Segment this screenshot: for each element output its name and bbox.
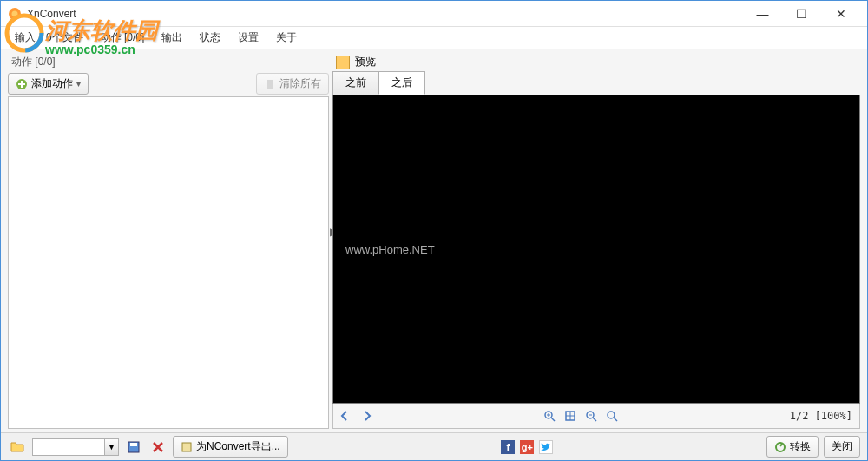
open-folder-button[interactable] [8,438,27,457]
social-icons: f g+ [501,440,553,454]
svg-line-12 [593,418,596,421]
zoom-out-button[interactable] [582,407,601,425]
convert-button[interactable]: 转换 [766,436,819,458]
preview-image-area[interactable]: www.pHome.NET [332,95,860,404]
convert-icon [774,441,786,453]
preview-watermark: www.pHome.NET [345,243,435,256]
svg-rect-17 [130,443,137,446]
twitter-icon[interactable] [539,440,553,454]
minimize-button[interactable]: — [743,2,782,26]
svg-point-19 [776,443,785,451]
zoom-info: 1/2 [100%] [785,410,858,422]
menu-input[interactable]: 输入：0个文件 [6,27,92,49]
nav-next-button[interactable] [358,407,377,425]
menu-actions[interactable]: 动作 [0/0] [92,27,154,49]
export-icon [181,441,193,453]
delete-button[interactable] [148,438,168,457]
add-action-button[interactable]: 添加动作 ▾ [8,73,89,95]
svg-point-1 [12,10,18,16]
clear-all-button[interactable]: 清除所有 [256,73,329,95]
actions-list[interactable] [8,96,329,429]
app-icon [8,7,22,21]
nav-prev-button[interactable] [335,407,354,425]
left-panel: 动作 [0/0] 添加动作 ▾ 清除所有 [8,53,329,429]
svg-line-15 [614,418,617,421]
save-button[interactable] [124,438,143,457]
zoom-reset-button[interactable] [602,407,621,425]
preview-label: 预览 [355,55,376,69]
menu-settings[interactable]: 设置 [229,27,267,49]
preview-icon [336,56,350,69]
svg-rect-18 [182,443,191,451]
close-button[interactable]: ✕ [821,2,860,26]
preset-dropdown[interactable]: ▼ [32,438,119,456]
chevron-down-icon: ▼ [104,439,118,455]
svg-point-14 [608,412,615,418]
close-app-button[interactable]: 关闭 [824,436,860,458]
right-panel: 预览 之前 之后 www.pHome.NET [332,53,860,429]
zoom-fit-button[interactable] [561,407,580,425]
export-nconvert-button[interactable]: 为NConvert导出... [173,436,288,458]
menu-status[interactable]: 状态 [191,27,229,49]
svg-rect-3 [267,80,273,89]
add-action-label: 添加动作 [31,76,73,91]
bottom-toolbar: ▼ 为NConvert导出... f g+ 转换 [1,432,867,460]
titlebar: XnConvert — ☐ ✕ [1,1,867,27]
actions-header: 动作 [0/0] [8,53,329,71]
plus-icon [16,78,28,90]
menu-output[interactable]: 输出 [153,27,191,49]
menu-about[interactable]: 关于 [267,27,306,49]
chevron-down-icon: ▾ [76,79,81,89]
tab-before[interactable]: 之前 [332,71,379,95]
googleplus-icon[interactable]: g+ [520,440,534,454]
export-label: 为NConvert导出... [196,439,280,454]
preview-tabs: 之前 之后 [332,71,860,95]
svg-line-5 [551,418,555,421]
zoom-in-button[interactable] [540,407,559,425]
window-title: XnConvert [27,8,743,20]
tab-after[interactable]: 之后 [378,71,425,95]
convert-label: 转换 [790,439,811,454]
clear-all-label: 清除所有 [279,76,321,91]
facebook-icon[interactable]: f [501,440,515,454]
broom-icon [264,78,276,90]
close-label: 关闭 [832,439,852,454]
menubar: 输入：0个文件 动作 [0/0] 输出 状态 设置 关于 [1,27,867,49]
maximize-button[interactable]: ☐ [782,2,821,26]
